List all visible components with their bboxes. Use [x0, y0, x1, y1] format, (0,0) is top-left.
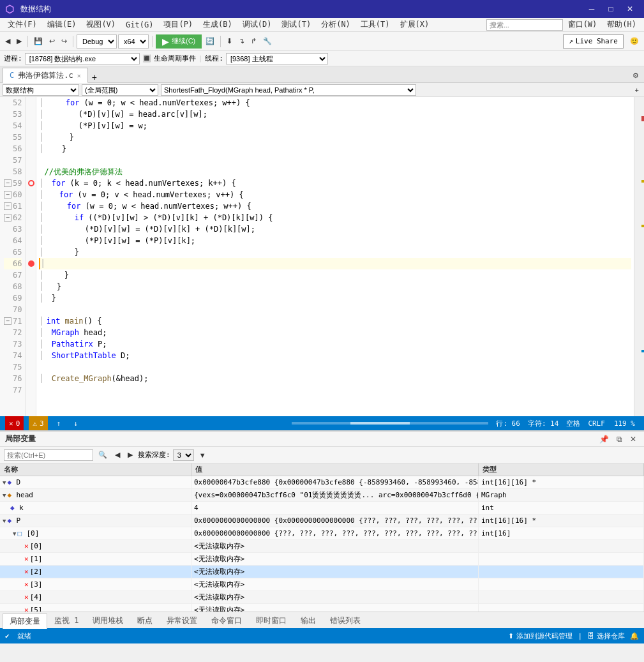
- expand-P[interactable]: ▼: [3, 518, 6, 524]
- menu-build[interactable]: 生成(B): [198, 18, 237, 31]
- code-line-73: │Pathatirx P;: [39, 338, 631, 350]
- minimize-button[interactable]: ─: [583, 3, 601, 15]
- separator4: [220, 36, 221, 47]
- select-repo-button[interactable]: 🗄 选择仓库: [587, 631, 625, 641]
- nav-up-button[interactable]: ↑: [53, 419, 65, 428]
- tab-output[interactable]: 输出: [294, 613, 323, 628]
- cell-P0-type: int[16]: [479, 527, 644, 539]
- locals-close-button[interactable]: ✕: [627, 435, 639, 444]
- maximize-button[interactable]: □: [602, 3, 620, 15]
- menu-git[interactable]: Git(G): [121, 19, 158, 31]
- locals-search-button[interactable]: 🔍: [96, 448, 110, 462]
- error-count[interactable]: ✕ 0: [5, 416, 24, 430]
- row-k: ◆ k 4 int: [0, 502, 644, 515]
- icon-D: ◆: [7, 478, 15, 486]
- tab-locals[interactable]: 局部变量: [3, 613, 47, 629]
- menu-edit[interactable]: 编辑(E): [42, 18, 82, 31]
- thread-combo[interactable]: [9368] 主线程: [226, 53, 328, 64]
- back-button[interactable]: ◀: [3, 34, 13, 49]
- project-dropdown[interactable]: 数据结构: [3, 84, 79, 96]
- add-source-button[interactable]: ⬆ 添加到源代码管理: [508, 631, 573, 641]
- line-65: 65: [4, 246, 22, 258]
- menu-view[interactable]: 视图(V): [81, 18, 121, 31]
- line-numbers: 52 53 54 55 56 57 58 −59 −60 −61 −62 63 …: [0, 97, 26, 416]
- bp-63: [26, 223, 36, 235]
- locals-pin-button[interactable]: 📌: [597, 435, 611, 444]
- depth-dropdown-button[interactable]: ▼: [197, 448, 209, 462]
- func-dropdown[interactable]: ShortestFath_Floyd(MGraph head, Pathatir…: [161, 84, 416, 96]
- close-button[interactable]: ✕: [621, 3, 639, 15]
- feedback-button[interactable]: 🙂: [627, 34, 641, 49]
- line-74: 74: [4, 350, 22, 361]
- repo-icon: 🗄: [587, 632, 594, 640]
- expand-P0[interactable]: ▼: [13, 530, 16, 537]
- process-combo[interactable]: [18768] 数据结构.exe: [25, 53, 140, 64]
- separator2: [73, 36, 73, 47]
- menu-test[interactable]: 测试(T): [276, 18, 316, 31]
- menu-debug[interactable]: 调试(D): [237, 18, 277, 31]
- menu-extensions[interactable]: 扩展(X): [395, 18, 435, 31]
- tab-command[interactable]: 命令窗口: [204, 613, 249, 628]
- locals-search-input[interactable]: [4, 449, 93, 461]
- menu-help[interactable]: 帮助(H): [602, 18, 641, 31]
- locals-nav-back[interactable]: ◀: [112, 448, 123, 462]
- tab-errors[interactable]: 错误列表: [323, 613, 368, 628]
- tab-exceptions[interactable]: 异常设置: [160, 613, 204, 628]
- line-68: 68: [4, 281, 22, 292]
- locals-float-button[interactable]: ⧉: [614, 435, 625, 444]
- tab-watch[interactable]: 监视 1: [47, 613, 86, 628]
- scrollbar-thumb[interactable]: [350, 422, 410, 425]
- locals-table-header: 名称 值 类型: [0, 463, 644, 476]
- tab-breakpoints[interactable]: 断点: [130, 613, 160, 628]
- menu-project[interactable]: 项目(P): [158, 18, 198, 31]
- menu-file[interactable]: 文件(F): [3, 18, 42, 31]
- undo-button[interactable]: ↩: [47, 34, 57, 49]
- active-tab[interactable]: C 弗洛伊德算法.c ✕: [3, 68, 88, 83]
- icon-k: ◆: [10, 504, 18, 512]
- line-64: 64: [4, 235, 22, 246]
- warning-count[interactable]: ⚠ 3: [29, 416, 47, 430]
- step-into-button[interactable]: ↴: [236, 34, 247, 49]
- code-line-76: │Create_MGraph(&head);: [39, 373, 631, 384]
- tab-close-icon[interactable]: ✕: [77, 72, 81, 79]
- save-button[interactable]: 💾: [31, 34, 45, 49]
- bp-66: [26, 258, 36, 269]
- menu-tools[interactable]: 工具(T): [356, 18, 395, 31]
- menu-window[interactable]: 窗口(W): [563, 18, 603, 31]
- add-tab-button[interactable]: +: [88, 72, 101, 82]
- cell-head-value: {vexs=0x00000047b3cff6c0 "01烫烫烫烫烫烫烫... a…: [191, 489, 479, 501]
- debug-tools[interactable]: 🔧: [260, 34, 274, 49]
- menu-analyze[interactable]: 分析(N): [316, 18, 356, 31]
- platform-combo[interactable]: x64: [118, 34, 149, 49]
- restart-button[interactable]: 🔄: [203, 34, 217, 49]
- code-content[interactable]: │for (w = 0; w < head.numVertexes; w++) …: [36, 97, 634, 416]
- locals-table: 名称 值 类型 ▼ ◆ D 0x00000047b3cfe880 {0x0000…: [0, 463, 644, 612]
- tab-callstack[interactable]: 调用堆栈: [86, 613, 130, 628]
- expand-D[interactable]: ▼: [3, 479, 6, 486]
- step-over-button[interactable]: ⬇: [224, 34, 235, 49]
- expand-head[interactable]: ▼: [3, 492, 6, 499]
- scope-dropdown[interactable]: (全局范围): [82, 84, 158, 96]
- right-scrollbar[interactable]: [634, 97, 644, 416]
- debug-config-combo[interactable]: Debug: [77, 34, 117, 49]
- search-input[interactable]: [486, 19, 563, 31]
- step-out-button[interactable]: ↱: [248, 34, 259, 49]
- bp-52: [26, 97, 36, 109]
- nav-down-button[interactable]: ↓: [70, 419, 82, 428]
- add-file-button[interactable]: +: [633, 83, 641, 97]
- depth-combo[interactable]: 3: [173, 449, 194, 461]
- redo-button[interactable]: ↪: [59, 34, 70, 49]
- code-line-75: [39, 361, 631, 373]
- app-icon: ⬡: [5, 3, 14, 15]
- editor-options-button[interactable]: ⚙: [630, 68, 641, 82]
- row-head: ▼ ◆ head {vexs=0x00000047b3cff6c0 "01烫烫烫…: [0, 489, 644, 502]
- tab-immediate[interactable]: 即时窗口: [249, 613, 294, 628]
- forward-button[interactable]: ▶: [14, 34, 24, 49]
- notification-icon[interactable]: 🔔: [630, 632, 639, 640]
- scrollbar-track[interactable]: [292, 422, 489, 425]
- live-share-button[interactable]: ↗ Live Share: [563, 34, 624, 49]
- locals-nav-fwd[interactable]: ▶: [125, 448, 135, 462]
- continue-button[interactable]: ▶ 继续(C): [156, 34, 202, 49]
- code-editor[interactable]: 52 53 54 55 56 57 58 −59 −60 −61 −62 63 …: [0, 97, 644, 416]
- search-box[interactable]: [486, 19, 563, 31]
